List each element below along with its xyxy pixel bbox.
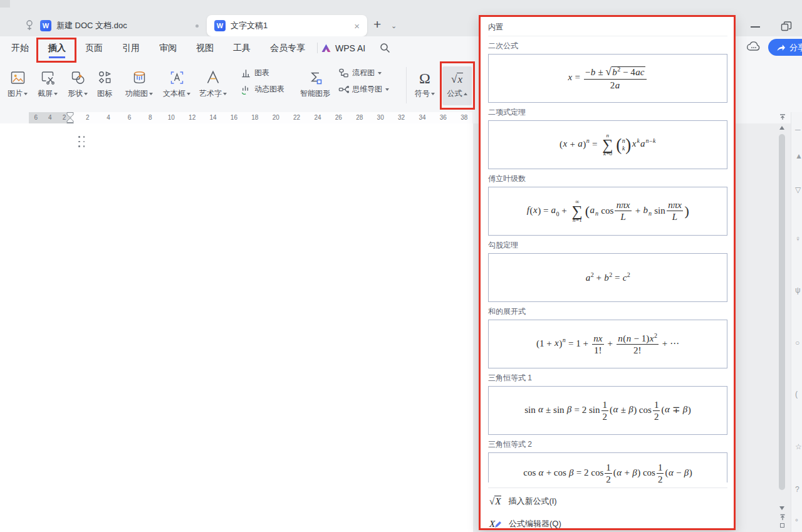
formula-group-label: 勾股定理 — [488, 240, 727, 251]
formula-preview-fourier[interactable]: f(x) = a0 + ∞∑n=1(an cosnπxL + bn sinnπx… — [488, 187, 727, 236]
sidebar-partial-icon[interactable]: ▲ — [795, 152, 802, 160]
dropdown-arrow-icon — [385, 88, 389, 91]
menu-home[interactable]: 开始 — [11, 43, 29, 54]
textbox-button[interactable]: 文本框 — [159, 65, 194, 99]
sidebar-partial-icon[interactable]: ─ — [795, 126, 801, 133]
formula-preview-binomial[interactable]: (x + a)n = n∑k=0(nk)xkan−k — [488, 120, 727, 169]
smartart-button[interactable]: 智能图形 — [296, 65, 334, 99]
new-tab-button[interactable]: + — [373, 18, 381, 31]
formula-preview-pythagorean[interactable]: a2 + b2 = c2 — [488, 253, 727, 302]
wps-writer-logo: W — [40, 20, 51, 31]
share-button[interactable]: 分享 — [768, 39, 802, 56]
dropdown-arrow-icon — [187, 93, 190, 95]
shapes-icon — [64, 65, 91, 86]
dropdown-arrow-icon — [149, 93, 153, 95]
vertical-scrollbar — [777, 112, 788, 532]
smartart-icon — [296, 65, 334, 86]
menu-review[interactable]: 审阅 — [159, 43, 177, 54]
function-diagram-button[interactable]: 功能图 — [122, 65, 157, 99]
dropdown-arrow-icon — [84, 93, 88, 95]
flowchart-icon — [338, 68, 349, 78]
tab-label: 新建 DOC 文档.doc — [56, 20, 127, 31]
flowchart-button[interactable]: 流程图 — [338, 68, 389, 78]
dropdown-arrow-icon — [378, 72, 382, 75]
formula-preview-quadratic[interactable]: x = −b ± √b2 − 4ac2a — [488, 54, 727, 103]
scrollbar-thumb[interactable] — [779, 134, 785, 490]
sidebar-partial-icon[interactable]: ° — [795, 518, 798, 526]
chart-button[interactable]: 图表 — [241, 68, 284, 78]
menu-reference[interactable]: 引用 — [122, 43, 140, 54]
formula-button[interactable]: √x 公式 — [442, 65, 472, 99]
sidebar-partial-icon[interactable]: ▽ — [795, 186, 801, 194]
wordart-button[interactable]: 艺术字 — [197, 65, 229, 99]
document-page[interactable] — [0, 123, 473, 532]
icon-library-button[interactable]: 图标 — [91, 65, 118, 99]
dropup-arrow-icon — [464, 93, 467, 95]
omega-symbol-icon: Ω — [419, 71, 430, 86]
wps-ai-button[interactable]: WPS AI — [321, 43, 365, 53]
sidebar-partial-icon[interactable]: ☆ — [795, 443, 802, 451]
sidebar-partial-icon[interactable]: ♀ — [795, 235, 801, 243]
ruler-right-numbers: 2468101214161820222426283032343638 — [77, 112, 474, 123]
textbox-icon — [159, 65, 194, 86]
sidebar-partial-icon[interactable]: ○ — [795, 339, 799, 347]
drag-handle[interactable] — [78, 136, 85, 147]
formula-preview-trig-identity-2[interactable]: cos α + cos β = 2 cos12(α + β) cos12(α −… — [488, 452, 727, 482]
formula-editor-item[interactable]: X 公式编辑器(Q) — [488, 513, 727, 530]
share-icon — [776, 43, 786, 52]
tab-document-2-active[interactable]: W 文字文稿1 × — [207, 15, 367, 36]
insert-new-formula-item[interactable]: √X 插入新公式(I) — [488, 490, 727, 513]
scroll-up-arrow[interactable] — [779, 126, 784, 130]
formula-group-label: 傅立叶级数 — [488, 174, 727, 184]
formula-preview-trig-identity-1[interactable]: sin α ± sin β = 2 sin12(α ± β) cos12(α ∓… — [488, 386, 727, 435]
function-diagram-icon — [122, 65, 157, 86]
shapes-button[interactable]: 形状 — [64, 65, 91, 99]
wps-ai-icon — [321, 43, 331, 53]
picture-button[interactable]: 图片 — [4, 65, 31, 99]
menu-page[interactable]: 页面 — [85, 43, 103, 54]
previous-page-button[interactable] — [779, 514, 786, 521]
restore-button[interactable] — [781, 21, 792, 31]
mindmap-button[interactable]: 思维导图 — [338, 84, 389, 95]
formula-preview-sum-expansion[interactable]: (1 + x)n = 1 + nx1! + n(n − 1)x22! + ⋯ — [488, 320, 727, 368]
dropdown-arrow-icon — [54, 93, 58, 95]
sidebar-partial-icon[interactable]: ( — [795, 390, 798, 398]
formula-dropdown-panel: 内置 二次公式 x = −b ± √b2 − 4ac2a 二项式定理 (x + … — [479, 15, 736, 530]
picture-icon — [4, 65, 31, 86]
dropdown-arrow-icon — [431, 93, 435, 95]
scroll-to-top-icon[interactable] — [779, 113, 786, 121]
menu-view[interactable]: 视图 — [196, 43, 214, 54]
minimize-button[interactable] — [751, 26, 760, 28]
formula-group-label: 和的展开式 — [488, 306, 727, 317]
dropdown-arrow-icon — [24, 93, 28, 95]
scroll-down-arrow[interactable] — [779, 506, 784, 510]
menu-insert[interactable]: 插入 — [48, 43, 66, 54]
dropdown-arrow-icon — [223, 93, 227, 95]
close-icon[interactable]: × — [354, 21, 360, 31]
sidebar-partial-icon[interactable]: ? — [795, 486, 799, 493]
window-corner — [0, 0, 10, 8]
formula-sqrt-icon: √x — [451, 73, 463, 86]
cloud-sync-icon[interactable] — [746, 39, 763, 54]
tab-document-1[interactable]: W 新建 DOC 文档.doc — [33, 15, 197, 36]
sidebar-partial-icon[interactable]: ψ — [795, 286, 801, 294]
formula-group-label: 二项式定理 — [488, 107, 727, 118]
dynamic-chart-icon — [241, 84, 251, 95]
formula-group-label: 三角恒等式 1 — [488, 373, 727, 383]
search-icon[interactable] — [380, 43, 390, 53]
select-browse-object-button[interactable] — [780, 523, 784, 528]
tab-modified-dot — [195, 24, 199, 28]
screenshot-button[interactable]: 截屏 — [34, 65, 61, 99]
menu-tools[interactable]: 工具 — [233, 43, 251, 54]
toolbar-divider — [406, 67, 407, 103]
menu-divider — [317, 43, 318, 53]
tab-list-chevron-icon[interactable]: ⌄ — [391, 22, 397, 30]
symbol-button[interactable]: Ω 符号 — [410, 65, 439, 99]
mindmap-icon — [338, 84, 349, 95]
formula-panel-footer-menu: √X 插入新公式(I) X 公式编辑器(Q) — [488, 488, 727, 530]
chart-icon — [241, 68, 251, 78]
dynamic-chart-button[interactable]: 动态图表 — [241, 84, 284, 95]
chart-group: 图表 动态图表 — [241, 68, 284, 95]
menu-membership[interactable]: 会员专享 — [270, 43, 305, 54]
icon-library-icon — [91, 65, 118, 86]
